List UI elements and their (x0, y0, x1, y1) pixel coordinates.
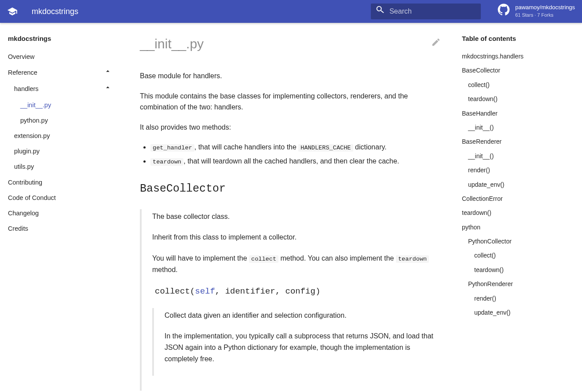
search-icon (375, 5, 389, 18)
intro-text: It also provides two methods: (140, 122, 441, 133)
toc-item[interactable]: collect() (468, 78, 560, 92)
toc-item[interactable]: update_env() (474, 305, 560, 319)
toc-item[interactable]: CollectionError (462, 192, 560, 206)
toc-item[interactable]: PythonRenderer (468, 277, 560, 291)
nav-item-label: utils.py (14, 162, 34, 172)
toc-item[interactable]: BaseHandler (462, 106, 560, 120)
method-signature[interactable]: collect(self, identifier, config) (155, 285, 441, 298)
nav-item-label: python.py (20, 116, 48, 126)
nav-item-label: Credits (8, 224, 28, 234)
nav-item[interactable]: utils.py (14, 159, 112, 174)
repo-link[interactable]: pawamoy/mkdocstrings 61 Stars · 7 Forks (498, 4, 575, 19)
nav-item[interactable]: __init__.py (20, 98, 112, 113)
method-desc: Collect data given an identifier and sel… (165, 310, 441, 321)
chevron-up-icon (104, 83, 112, 94)
nav-item[interactable]: Contributing (8, 175, 112, 190)
toc-item[interactable]: render() (468, 163, 560, 177)
code-token: get_handler (150, 144, 194, 152)
toc-item[interactable]: teardown() (474, 263, 560, 277)
nav-item-label: Changelog (8, 208, 39, 218)
code-token: teardown (396, 255, 429, 263)
nav-item-label: plugin.py (14, 146, 40, 156)
toc-item[interactable]: teardown() (468, 92, 560, 106)
header: mkdocstrings pawamoy/mkdocstrings 61 Sta… (0, 0, 582, 23)
class-desc: You will have to implement the collect m… (152, 253, 441, 275)
toc-item[interactable]: update_env() (468, 178, 560, 192)
nav-title: mkdocstrings (8, 33, 112, 44)
nav-item-label: Overview (8, 52, 34, 62)
class-desc: Inherit from this class to implement a c… (152, 232, 441, 243)
sidebar-nav: mkdocstrings OverviewReferencehandlers__… (0, 23, 119, 392)
content: __init__.py Base module for handlers. Th… (119, 23, 462, 392)
class-desc: The base collector class. (152, 211, 441, 222)
nav-item[interactable]: Reference (8, 65, 112, 81)
intro-text: Base module for handlers. (140, 70, 441, 82)
nav-item[interactable]: Code of Conduct (8, 190, 112, 206)
toc-item[interactable]: __init__() (468, 120, 560, 134)
chevron-up-icon (104, 67, 112, 78)
toc-item[interactable]: collect() (474, 248, 560, 262)
nav-item[interactable]: Changelog (8, 206, 112, 221)
nav-item-label: handlers (14, 84, 39, 94)
toc-title: Table of contents (462, 33, 560, 44)
toc-item[interactable]: BaseCollector (462, 63, 560, 77)
repo-name: pawamoy/mkdocstrings (515, 4, 575, 11)
nav-item[interactable]: plugin.py (14, 144, 112, 159)
list-item: teardown, that will teardown all the cac… (150, 156, 441, 167)
toc-item[interactable]: PythonCollector (468, 234, 560, 248)
toc-item[interactable]: mkdocstrings.handlers (462, 49, 560, 63)
nav-item[interactable]: extension.py (14, 128, 112, 144)
nav-item[interactable]: Overview (8, 49, 112, 65)
repo-info: pawamoy/mkdocstrings 61 Stars · 7 Forks (515, 4, 575, 19)
nav-item-label: Contributing (8, 178, 42, 188)
nav-item[interactable]: python.py (20, 113, 112, 128)
list-item: get_handler, that will cache handlers in… (150, 142, 441, 153)
toc-item[interactable]: BaseRenderer (462, 134, 560, 149)
class-heading[interactable]: BaseCollector (140, 180, 441, 198)
edit-icon[interactable] (431, 37, 441, 51)
nav-item-label: Code of Conduct (8, 193, 56, 203)
logo-icon[interactable] (7, 6, 18, 17)
docblock: Collect data given an identifier and sel… (152, 308, 441, 376)
method-desc: In the implementation, you typically cal… (165, 330, 441, 364)
nav-item[interactable]: Credits (8, 221, 112, 236)
code-token: HANDLERS_CACHE (298, 144, 353, 152)
toc-item[interactable]: render() (474, 291, 560, 305)
repo-stats: 61 Stars · 7 Forks (515, 11, 575, 19)
code-token: collect (249, 255, 278, 263)
search-box[interactable] (371, 4, 481, 19)
nav-item-label: extension.py (14, 131, 50, 141)
site-title[interactable]: mkdocstrings (32, 5, 78, 18)
page-title: __init__.py (140, 33, 204, 54)
toc-item[interactable]: python (462, 220, 560, 234)
intro-text: This module contains the base classes fo… (140, 91, 441, 113)
code-token: teardown (150, 158, 183, 166)
docblock: The base collector class. Inherit from t… (140, 209, 441, 391)
nav-item[interactable]: handlers (14, 81, 112, 97)
toc-item[interactable]: __init__() (468, 149, 560, 163)
nav-item-label: Reference (8, 68, 37, 78)
github-icon (498, 4, 515, 19)
nav-item-label: __init__.py (20, 100, 51, 110)
search-input[interactable] (389, 7, 476, 15)
toc: Table of contents mkdocstrings.handlersB… (462, 23, 567, 392)
toc-item[interactable]: teardown() (462, 206, 560, 220)
